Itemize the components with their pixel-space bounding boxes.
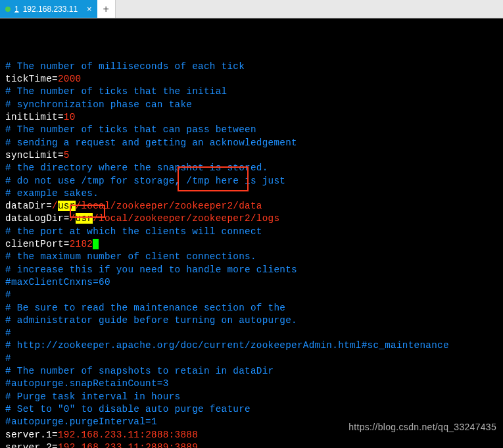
comment: # xyxy=(5,328,11,338)
comment: # administrator guide before turning on … xyxy=(5,315,297,326)
equals: = xyxy=(52,442,58,448)
path: /local/zookeeper/zookeeper2/logs xyxy=(93,213,279,224)
comment: #maxClientCnxns=60 xyxy=(5,277,110,287)
comment: # The number of ticks that can pass betw… xyxy=(5,124,256,135)
tab-label: 192.168.233.11 xyxy=(23,5,78,14)
add-tab-button[interactable]: + xyxy=(97,0,116,18)
path: / xyxy=(52,201,58,211)
close-icon[interactable]: × xyxy=(87,4,92,14)
comment: # xyxy=(5,289,11,300)
tab-index: 1 xyxy=(14,5,19,14)
equals: = xyxy=(58,112,64,122)
comment: # http://zookeeper.apache.org/doc/curren… xyxy=(5,340,449,351)
comment: # The number of ticks that the initial xyxy=(5,86,227,97)
tab-active[interactable]: 1 192.168.233.11 × xyxy=(0,0,97,18)
config-key: server.1 xyxy=(5,430,52,440)
comment: # do not use /tmp for storage, /tmp here… xyxy=(5,176,285,186)
comment: # the maximum number of client connectio… xyxy=(5,251,256,262)
comment: # increase this if you need to handle mo… xyxy=(5,264,297,275)
comment: # sending a request and getting an ackno… xyxy=(5,137,297,148)
equals: = xyxy=(58,150,64,161)
comment: #autopurge.purgeInterval=1 xyxy=(5,416,157,427)
equals: = xyxy=(64,213,70,224)
config-value: 2182 xyxy=(70,239,93,249)
config-key: dataDir xyxy=(5,201,46,211)
config-key: syncLimit xyxy=(5,150,58,161)
config-value: 10 xyxy=(64,112,76,122)
path: / xyxy=(70,213,76,224)
path-hl: usr xyxy=(76,213,93,224)
comment: # xyxy=(5,353,11,364)
comment: # the port at which the clients will con… xyxy=(5,226,262,237)
path: /local/zookeeper/zookeeper2/data xyxy=(76,201,262,211)
comment: # the directory where the snapshot is st… xyxy=(5,162,268,173)
path-hl: usr xyxy=(58,201,76,211)
status-dot-icon xyxy=(5,7,11,12)
watermark: https://blog.csdn.net/qq_33247435 xyxy=(348,421,496,434)
equals: = xyxy=(52,430,58,440)
comment: # Be sure to read the maintenance sectio… xyxy=(5,303,285,313)
equals: = xyxy=(46,201,52,211)
comment: # Purge task interval in hours xyxy=(5,391,180,402)
equals: = xyxy=(64,239,70,249)
config-value: 192.168.233.11:2888:3888 xyxy=(58,430,198,440)
tab-bar: 1 192.168.233.11 × + xyxy=(0,0,503,18)
config-value: 2000 xyxy=(58,74,82,84)
config-value: 192.168.233.11:2889:3889 xyxy=(58,442,198,448)
comment: # synchronization phase can take xyxy=(5,99,192,110)
plus-icon: + xyxy=(103,3,109,15)
comment: # example sakes. xyxy=(5,188,99,199)
config-value: 5 xyxy=(64,150,70,161)
config-key: server.2 xyxy=(5,442,52,448)
config-key: dataLogDir xyxy=(5,213,64,224)
cursor xyxy=(93,239,99,249)
config-key: initLimit xyxy=(5,112,58,122)
comment: # Set to "0" to disable auto purge featu… xyxy=(5,404,251,414)
comment: # The number of milliseconds of each tic… xyxy=(5,61,245,72)
comment: #autopurge.snapRetainCount=3 xyxy=(5,378,169,389)
config-key: clientPort xyxy=(5,239,64,249)
comment: # The number of snapshots to retain in d… xyxy=(5,366,274,376)
config-key: tickTime xyxy=(5,74,52,84)
equals: = xyxy=(52,74,58,84)
terminal[interactable]: # The number of milliseconds of each tic… xyxy=(0,18,503,448)
